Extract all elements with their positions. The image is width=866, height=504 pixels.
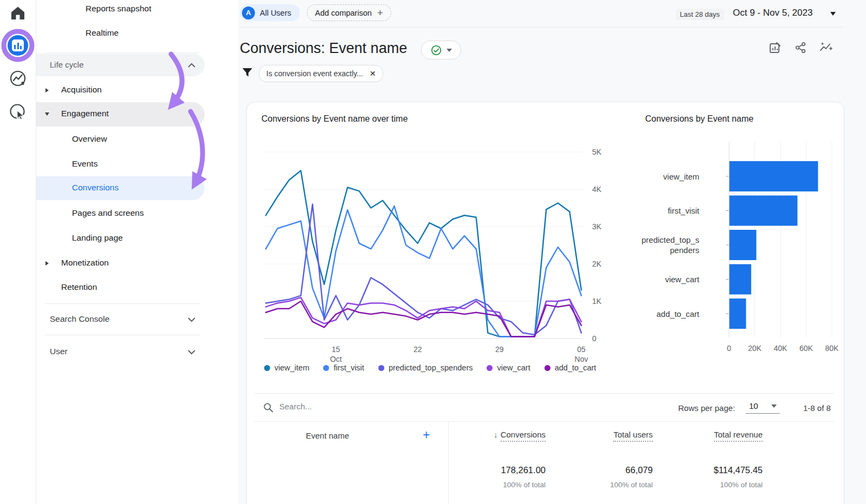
svg-text:3K: 3K: [592, 222, 602, 231]
svg-text:80K: 80K: [825, 344, 839, 353]
add-comparison-button[interactable]: Add comparison +: [307, 4, 391, 21]
sort-desc-icon: ↓: [494, 430, 498, 439]
totals-revenue-subtext: 100% of total: [676, 481, 763, 489]
explore-icon[interactable]: [9, 69, 27, 88]
totals-conversions: 178,261.00: [454, 465, 546, 475]
sidebar-item-monetization[interactable]: Monetization: [36, 255, 205, 271]
date-caret-icon[interactable]: [830, 12, 836, 16]
bar-chart-category-labels: view_itemfirst_visitpredicted_top_spende…: [638, 136, 708, 353]
chevron-down-icon: [187, 349, 196, 355]
date-preset-badge: Last 28 days: [675, 9, 724, 20]
expand-icon: [45, 88, 49, 92]
search-icon: [263, 402, 274, 413]
close-icon[interactable]: ✕: [370, 69, 376, 78]
sidebar-item-acquisition[interactable]: Acquisition: [36, 82, 205, 98]
sidebar-item-overview[interactable]: Overview: [72, 134, 107, 144]
totals-revenue: $114,475.45: [676, 465, 763, 475]
svg-text:60K: 60K: [799, 344, 813, 353]
chart-legend: view_itemfirst_visitpredicted_top_spende…: [264, 363, 610, 372]
share-icon[interactable]: [795, 41, 806, 54]
rows-per-page-label: Rows per page:: [678, 403, 735, 413]
column-header-event-name[interactable]: Event name: [306, 431, 349, 440]
table-header-border: [254, 421, 835, 422]
sidebar-item-events[interactable]: Events: [72, 159, 97, 169]
check-circle-icon: [431, 45, 442, 56]
sidebar-item-landing-page[interactable]: Landing page: [72, 233, 123, 243]
bar-category-label: first_visit: [638, 196, 699, 226]
svg-text:Oct: Oct: [330, 355, 342, 362]
svg-text:0: 0: [727, 344, 731, 353]
svg-text:5K: 5K: [592, 148, 602, 156]
svg-text:4K: 4K: [592, 185, 602, 194]
legend-item[interactable]: predicted_top_spenders: [378, 363, 473, 372]
totals-users: 66,079: [572, 465, 653, 475]
filter-funnel-icon: [242, 68, 253, 79]
bar-category-label: add_to_cart: [638, 299, 699, 329]
svg-text:1K: 1K: [592, 297, 602, 306]
table-column-divider: [448, 422, 449, 504]
date-range-picker[interactable]: Oct 9 - Nov 5, 2023: [733, 8, 812, 18]
plus-icon: +: [377, 8, 383, 18]
sidebar-item-pages-and-screens[interactable]: Pages and screens: [72, 208, 144, 218]
svg-text:40K: 40K: [774, 344, 788, 353]
collapse-icon: [45, 112, 49, 116]
svg-text:05: 05: [577, 345, 586, 354]
filter-chip[interactable]: Is conversion event exactly... ✕: [259, 65, 383, 82]
sidebar-item-conversions[interactable]: Conversions: [36, 176, 205, 200]
svg-text:0: 0: [592, 334, 596, 343]
customize-report-icon[interactable]: [769, 41, 782, 54]
sidebar-section-life-cycle[interactable]: Life cycle: [36, 54, 205, 76]
bar-category-label: view_cart: [638, 264, 699, 295]
bar-category-label: predicted_top_spenders: [638, 230, 699, 260]
insights-icon[interactable]: [819, 41, 834, 54]
report-toolbar: [769, 41, 834, 54]
column-header-total-users[interactable]: Total users: [572, 430, 653, 439]
column-header-conversions[interactable]: ↓Conversions: [454, 430, 546, 439]
sidebar-divider: [45, 335, 200, 335]
legend-item[interactable]: view_cart: [487, 363, 530, 372]
page-title: Conversions: Event name: [240, 40, 407, 57]
rows-per-page-select[interactable]: 10: [746, 401, 780, 414]
sidebar-item-engagement[interactable]: Engagement: [36, 102, 205, 127]
segment-avatar: A: [242, 6, 255, 19]
sidebar-item-realtime[interactable]: Realtime: [86, 28, 119, 38]
reports-icon[interactable]: [8, 35, 28, 56]
legend-item[interactable]: add_to_cart: [544, 363, 596, 372]
table-search-input[interactable]: [278, 401, 486, 412]
svg-text:2K: 2K: [592, 260, 602, 268]
svg-text:15: 15: [332, 345, 340, 354]
column-header-total-revenue[interactable]: Total revenue: [676, 430, 763, 439]
topbar-divider: [240, 27, 843, 28]
line-chart-title: Conversions by Event name over time: [261, 114, 408, 124]
report-status-badge[interactable]: [421, 41, 461, 59]
svg-text:Nov: Nov: [575, 355, 588, 362]
expand-icon: [45, 261, 49, 266]
sidebar-item-retention[interactable]: Retention: [61, 282, 97, 292]
legend-item[interactable]: first_visit: [323, 363, 364, 372]
svg-text:22: 22: [414, 345, 422, 354]
bar-category-label: view_item: [638, 161, 699, 191]
svg-text:29: 29: [495, 345, 504, 354]
sidebar-section-user[interactable]: User: [36, 344, 205, 360]
chevron-down-icon: [187, 317, 196, 322]
add-column-icon[interactable]: +: [423, 428, 430, 442]
sidebar-divider: [45, 303, 200, 304]
totals-conversions-subtext: 100% of total: [454, 481, 546, 489]
ga4-app: Reports snapshot Realtime Life cycle Acq…: [0, 0, 866, 504]
card-section-divider: [254, 393, 835, 394]
home-icon[interactable]: [9, 4, 27, 22]
pagination-status: 1-8 of 8: [803, 403, 831, 413]
advertising-icon[interactable]: [9, 103, 27, 121]
sidebar-item-reports-snapshot[interactable]: Reports snapshot: [86, 4, 152, 14]
filter-row: Is conversion event exactly... ✕: [242, 65, 383, 82]
segment-chip-all-users[interactable]: A All Users: [240, 4, 300, 21]
sidebar: Reports snapshot Realtime Life cycle Acq…: [36, 0, 238, 504]
totals-users-subtext: 100% of total: [572, 481, 653, 489]
bar-chart-glyph: [12, 39, 24, 51]
caret-down-icon: [447, 49, 452, 52]
sidebar-divider: [45, 52, 200, 53]
caret-down-icon: [771, 404, 777, 408]
svg-text:20K: 20K: [748, 344, 762, 353]
legend-item[interactable]: view_item: [264, 363, 309, 372]
sidebar-section-search-console[interactable]: Search Console: [36, 311, 205, 328]
